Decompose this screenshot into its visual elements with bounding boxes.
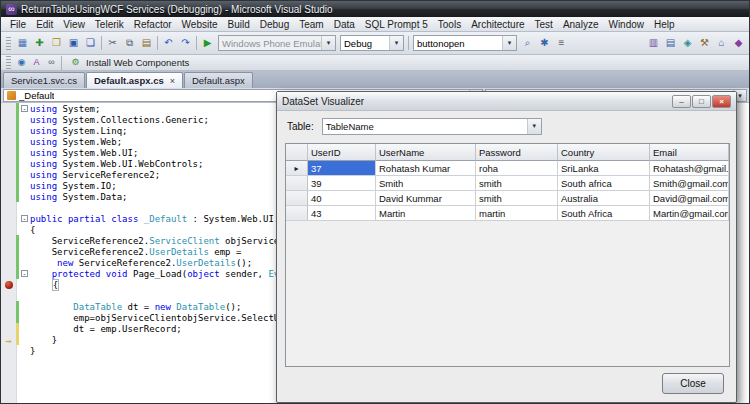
- link-icon[interactable]: ∞: [44, 56, 59, 70]
- dialog-title-bar[interactable]: DataSet Visualizer – □ ×: [277, 92, 736, 111]
- grid-cell[interactable]: SriLanka: [558, 161, 650, 176]
- menu-view[interactable]: View: [58, 17, 90, 32]
- start-page-icon[interactable]: ⌂: [713, 35, 730, 52]
- maximize-button[interactable]: □: [692, 95, 711, 108]
- grid-cell[interactable]: 37: [308, 161, 376, 176]
- dataset-visualizer-dialog: DataSet Visualizer – □ × Table: TableNam…: [276, 91, 737, 403]
- fold-margin[interactable]: -: [19, 215, 30, 222]
- code-token: DataTable: [176, 302, 225, 312]
- save-all-icon[interactable]: ❏: [82, 35, 99, 52]
- menu-tools[interactable]: Tools: [433, 17, 466, 32]
- menu-refactor[interactable]: Refactor: [129, 17, 177, 32]
- cut-icon[interactable]: ✂: [104, 35, 121, 52]
- copy-icon[interactable]: ⧉: [121, 35, 138, 52]
- breakpoint-margin[interactable]: [1, 281, 16, 289]
- save-icon[interactable]: ▣: [65, 35, 82, 52]
- minimize-button[interactable]: –: [672, 95, 691, 108]
- grid-cell[interactable]: 39: [308, 176, 376, 191]
- menu-edit[interactable]: Edit: [31, 17, 58, 32]
- toolbox-icon[interactable]: ⚒: [696, 35, 713, 52]
- menu-architecture[interactable]: Architecture: [466, 17, 529, 32]
- menu-team[interactable]: Team: [294, 17, 328, 32]
- grid-cell[interactable]: South africa: [558, 176, 650, 191]
- grid-cell[interactable]: Smith@gmail.com: [650, 176, 729, 191]
- code-token: [30, 258, 57, 268]
- table-combo[interactable]: TableName: [322, 118, 542, 135]
- grid-cell[interactable]: David@gmail.com: [650, 191, 729, 206]
- menu-file[interactable]: File: [5, 17, 31, 32]
- row-header[interactable]: [286, 176, 308, 191]
- collapse-icon[interactable]: -: [21, 270, 28, 277]
- grid-cell[interactable]: 43: [308, 206, 376, 221]
- solution-configuration-combo[interactable]: Debug: [340, 35, 404, 51]
- menu-debug[interactable]: Debug: [255, 17, 294, 32]
- column-header-country[interactable]: Country: [558, 144, 650, 161]
- view-in-browser-icon[interactable]: ◉: [14, 56, 29, 70]
- menu-analyze[interactable]: Analyze: [558, 17, 604, 32]
- paste-icon[interactable]: ▤: [138, 35, 155, 52]
- extension-manager-icon[interactable]: ◆: [730, 35, 747, 52]
- menu-build[interactable]: Build: [223, 17, 255, 32]
- code-text: }: [30, 335, 57, 345]
- row-header[interactable]: [286, 206, 308, 221]
- toolbar-grip[interactable]: [6, 37, 11, 50]
- tab-default-aspx[interactable]: Default.aspx: [184, 72, 253, 88]
- code-token: public partial class: [30, 214, 138, 224]
- solution-explorer-icon[interactable]: ▥: [645, 35, 662, 52]
- properties-window-icon[interactable]: ▤: [662, 35, 679, 52]
- redo-icon[interactable]: ↷: [177, 35, 194, 52]
- grid-corner[interactable]: [286, 144, 308, 161]
- grid-cell[interactable]: roha: [476, 161, 558, 176]
- tab-close-icon[interactable]: ×: [170, 76, 175, 86]
- collapse-icon[interactable]: -: [21, 105, 28, 112]
- fold-margin[interactable]: -: [19, 105, 30, 112]
- close-button[interactable]: Close: [662, 373, 724, 394]
- close-icon[interactable]: ×: [712, 95, 731, 108]
- grid-cell[interactable]: South Africa: [558, 206, 650, 221]
- menu-test[interactable]: Test: [530, 17, 558, 32]
- toolbar-grip[interactable]: [6, 56, 11, 69]
- undo-icon[interactable]: ↶: [160, 35, 177, 52]
- menu-telerik[interactable]: Telerik: [90, 17, 129, 32]
- column-header-username[interactable]: UserName: [376, 144, 476, 161]
- new-project-icon[interactable]: ▦: [14, 35, 31, 52]
- open-file-icon[interactable]: ❐: [48, 35, 65, 52]
- grid-cell[interactable]: martin: [476, 206, 558, 221]
- collapse-icon[interactable]: -: [21, 215, 28, 222]
- find-options-icon[interactable]: ≡: [553, 35, 570, 52]
- grid-cell[interactable]: David Kummar: [376, 191, 476, 206]
- add-new-item-icon[interactable]: ✚: [31, 35, 48, 52]
- install-web-components-button[interactable]: ⚙ Install Web Components: [64, 55, 193, 70]
- row-header[interactable]: [286, 191, 308, 206]
- menu-sql-prompt-5[interactable]: SQL Prompt 5: [360, 17, 433, 32]
- dataset-grid[interactable]: UserIDUserNamePasswordCountryEmail▸37Roh…: [285, 143, 730, 367]
- menu-window[interactable]: Window: [603, 17, 649, 32]
- grid-cell[interactable]: Rohatash Kumar: [376, 161, 476, 176]
- title-bar[interactable]: ∞ ReturnTableUsingWCF Services (Debuggin…: [1, 1, 749, 17]
- menu-website[interactable]: Website: [177, 17, 223, 32]
- start-debugging-icon[interactable]: ▶: [199, 35, 216, 52]
- quick-find-icon[interactable]: ⌕: [519, 35, 536, 52]
- menu-data[interactable]: Data: [329, 17, 360, 32]
- grid-cell[interactable]: smith: [476, 176, 558, 191]
- grid-cell[interactable]: Smith: [376, 176, 476, 191]
- find-combo[interactable]: buttonopen: [413, 35, 517, 51]
- grid-cell[interactable]: Australia: [558, 191, 650, 206]
- column-header-password[interactable]: Password: [476, 144, 558, 161]
- execution-margin[interactable]: →: [1, 335, 16, 345]
- find-in-files-icon[interactable]: ✱: [536, 35, 553, 52]
- tab-service1-svc-cs[interactable]: Service1.svc.cs: [3, 72, 85, 88]
- grid-cell[interactable]: smith: [476, 191, 558, 206]
- fold-margin[interactable]: -: [19, 270, 30, 277]
- grid-cell[interactable]: Martin@gmail.com: [650, 206, 729, 221]
- grid-cell[interactable]: Rohatash@gmail...: [650, 161, 729, 176]
- menu-help[interactable]: Help: [649, 17, 680, 32]
- new-style-icon[interactable]: A: [29, 56, 44, 70]
- column-header-userid[interactable]: UserID: [308, 144, 376, 161]
- row-header[interactable]: ▸: [286, 161, 308, 176]
- column-header-email[interactable]: Email: [650, 144, 729, 161]
- grid-cell[interactable]: Martin: [376, 206, 476, 221]
- server-explorer-icon[interactable]: ◈: [679, 35, 696, 52]
- tab-default-aspx-cs[interactable]: Default.aspx.cs×: [86, 72, 183, 88]
- grid-cell[interactable]: 40: [308, 191, 376, 206]
